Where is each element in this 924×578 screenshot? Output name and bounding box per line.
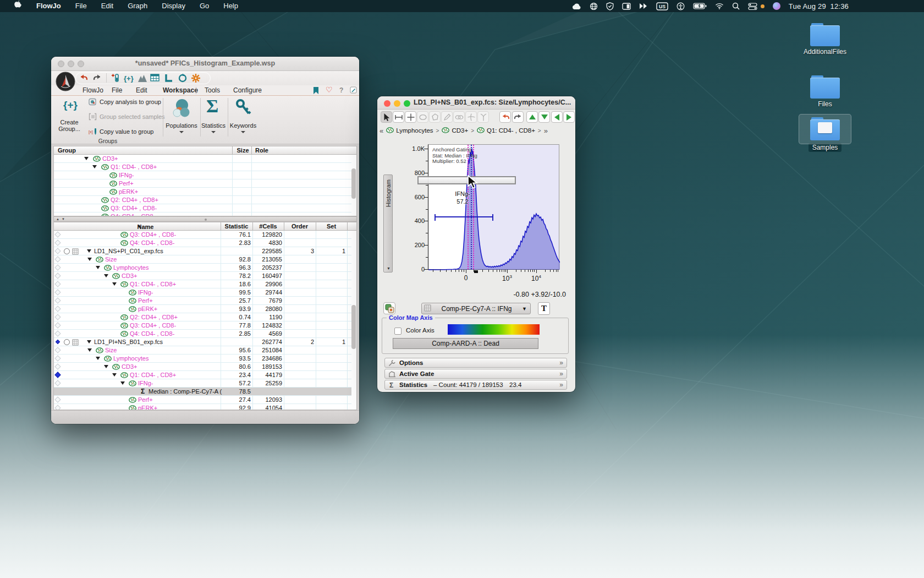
down-button[interactable] — [538, 111, 550, 123]
cloud-icon[interactable] — [571, 3, 581, 10]
row-flag-diamond[interactable] — [54, 231, 61, 237]
table-row[interactable]: CD3+80.6189153 — [54, 363, 351, 371]
statistic-name[interactable]: Median : Comp-PE-Cy7-A ( — [148, 388, 222, 395]
accessibility-icon[interactable] — [676, 2, 685, 10]
table-row[interactable]: Size92.8213055 — [54, 255, 351, 264]
population-label[interactable]: Lymphocytes — [113, 264, 148, 271]
table-row[interactable]: Q3: CD4+ , CD8- — [54, 204, 351, 212]
control-center-icon[interactable] — [748, 3, 757, 10]
display-split-icon[interactable] — [622, 3, 631, 10]
group-selected-button[interactable]: Group selected samples — [89, 113, 97, 123]
splitter-down-button[interactable]: ▼ — [61, 217, 66, 221]
scrollbar-thumb[interactable] — [351, 305, 356, 349]
panel-statistics[interactable]: ΣStatistics– Count: 44179 / 18915323.4» — [384, 380, 567, 390]
table-row[interactable]: Q4: CD4- , CD8-2.834830 — [54, 239, 351, 247]
bi-ellipse-gate-tool[interactable] — [453, 111, 465, 123]
table-row[interactable]: Perf+ — [54, 179, 351, 188]
table-row[interactable]: IFNg-57.225259 — [54, 379, 351, 388]
expander-icon[interactable] — [87, 340, 91, 343]
x-parameter-dropdown[interactable]: Comp-PE-Cy7-A :: IFNg ▼ — [421, 303, 531, 314]
tab-configure[interactable]: Configure — [233, 86, 262, 94]
population-label[interactable]: Q1: CD4- , CD8+ — [130, 281, 176, 287]
column-cells[interactable]: #Cells — [252, 223, 284, 230]
font-button[interactable]: T — [538, 302, 550, 315]
table-row[interactable]: Q3: CD4+ , CD8-76.1129820 — [54, 231, 351, 239]
row-flag-diamond[interactable] — [54, 330, 61, 336]
column-statistic[interactable]: Statistic — [221, 223, 252, 230]
row-flag-diamond[interactable] — [54, 380, 61, 386]
menu-item-file[interactable]: File — [68, 0, 94, 12]
table-row[interactable]: Q4: CD4- , CD8- — [54, 212, 351, 216]
row-flag-diamond[interactable] — [54, 363, 61, 369]
row-flag-diamond[interactable] — [54, 405, 61, 410]
curly-quad-gate-tool[interactable] — [465, 111, 477, 123]
row-flag-diamond[interactable] — [54, 314, 61, 320]
expander-icon[interactable] — [96, 357, 100, 360]
table-row[interactable]: Q1: CD4- , CD8+23.444179 — [54, 371, 351, 379]
workspace-titlebar[interactable]: *unsaved* PFICs_Histogram_Example.wsp — [51, 57, 359, 71]
heart-icon[interactable]: ♡ — [326, 85, 333, 94]
expander-icon[interactable] — [92, 165, 97, 168]
sample-table-header[interactable]: Name ▲ Statistic #Cells Order Set — [54, 222, 356, 231]
create-group-icon[interactable]: {+} — [123, 73, 133, 83]
population-label[interactable]: Q3: CD4+ , CD8- — [130, 231, 176, 238]
plot-type-button[interactable]: Histogram ▼ — [383, 175, 393, 272]
color-parameter-button[interactable]: Comp-AARD-A :: Dead — [393, 338, 538, 349]
redo-icon[interactable] — [92, 73, 102, 83]
scrollbar-thumb[interactable] — [351, 168, 356, 199]
menu-item-go[interactable]: Go — [193, 0, 216, 12]
splitter-grip[interactable] — [205, 219, 207, 221]
bookmark-icon[interactable] — [313, 86, 319, 96]
edit-icon[interactable] — [350, 86, 357, 95]
row-flag-diamond[interactable] — [54, 355, 61, 361]
menu-item-flowjo[interactable]: FlowJo — [29, 0, 68, 12]
column-set[interactable]: Set — [316, 223, 347, 230]
panel-options[interactable]: Options» — [384, 358, 567, 368]
tab-edit[interactable]: Edit — [136, 86, 147, 94]
column-role[interactable]: Role — [255, 147, 268, 154]
population-label[interactable]: IFNg- — [138, 289, 153, 296]
desktop-icon-files[interactable]: Files — [802, 75, 848, 108]
population-label[interactable]: CD3+ — [102, 155, 118, 162]
table-row[interactable]: Q1: CD4- , CD8+18.629906 — [54, 280, 351, 288]
population-label[interactable]: Size — [105, 347, 117, 353]
up-button[interactable] — [526, 111, 538, 123]
population-label[interactable]: pERK+ — [138, 405, 157, 410]
expand-chevrons-icon[interactable]: » — [559, 359, 563, 367]
compensation-icon[interactable] — [178, 73, 188, 83]
population-label[interactable]: Q2: CD4+ , CD8+ — [130, 314, 178, 320]
minimize-button[interactable] — [394, 100, 400, 107]
undo-icon[interactable] — [79, 73, 89, 83]
population-label[interactable]: Size — [105, 256, 117, 263]
right-button[interactable] — [563, 111, 575, 123]
breadcrumb-item[interactable]: CD3+ — [442, 127, 468, 134]
tab-flowjo[interactable]: FlowJo — [82, 86, 103, 94]
transform-button[interactable] — [383, 302, 395, 314]
shortcuts-icon[interactable] — [639, 3, 648, 9]
population-label[interactable]: pERK+ — [138, 306, 157, 312]
redo-button[interactable] — [512, 111, 524, 123]
copy-value-button[interactable]: [x] Copy value to group — [89, 128, 97, 138]
row-flag-diamond[interactable] — [54, 256, 61, 262]
expand-chevrons-icon[interactable]: » — [559, 381, 563, 389]
breadcrumb-item[interactable]: Q1: CD4- , CD8+ — [477, 127, 535, 134]
population-label[interactable]: Q1: CD4- , CD8+ — [130, 372, 176, 378]
table-row[interactable]: Q1: CD4- , CD8+ — [54, 163, 351, 171]
quad-divider-tool[interactable] — [405, 111, 416, 123]
population-label[interactable]: pERK+ — [119, 188, 138, 195]
keyboard-layout-icon[interactable]: US — [656, 2, 668, 10]
add-sample-icon[interactable] — [111, 73, 120, 83]
population-label[interactable]: CD3+ — [122, 272, 137, 279]
row-flag-diamond[interactable] — [54, 372, 61, 378]
close-button[interactable] — [384, 100, 391, 107]
menu-item-graph[interactable]: Graph — [120, 0, 155, 12]
row-flag-diamond[interactable] — [54, 289, 61, 295]
table-row[interactable]: LD1_PI+NS_B01_exp.fcs26277421 — [54, 338, 351, 346]
row-flag-diamond[interactable] — [54, 306, 61, 312]
row-flag-diamond[interactable] — [54, 281, 61, 287]
tab-workspace[interactable]: Workspace — [163, 86, 198, 94]
population-label[interactable]: Q3: CD4+ , CD8- — [130, 322, 176, 329]
table-row[interactable]: Lymphocytes96.3205237 — [54, 264, 351, 272]
table-row[interactable]: pERK+93.928080 — [54, 305, 351, 313]
apple-menu-icon[interactable] — [7, 0, 29, 12]
